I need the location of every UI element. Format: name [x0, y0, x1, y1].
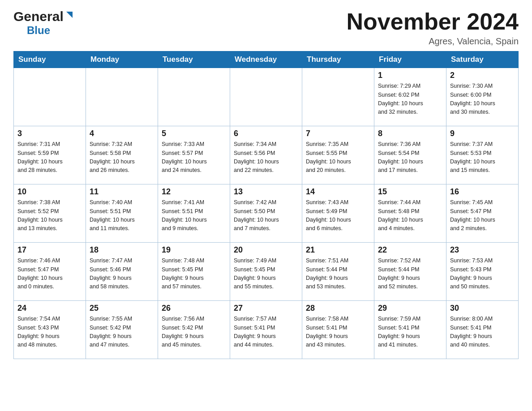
calendar-cell: 9Sunrise: 7:37 AM Sunset: 5:53 PM Daylig…: [446, 126, 519, 184]
day-info: Sunrise: 7:56 AM Sunset: 5:42 PM Dayligh…: [162, 315, 226, 350]
day-info: Sunrise: 7:46 AM Sunset: 5:47 PM Dayligh…: [17, 257, 82, 291]
calendar-cell: 16Sunrise: 7:45 AM Sunset: 5:47 PM Dayli…: [446, 184, 519, 243]
day-info: Sunrise: 7:37 AM Sunset: 5:53 PM Dayligh…: [450, 140, 515, 175]
calendar-cell: 30Sunrise: 8:00 AM Sunset: 5:41 PM Dayli…: [446, 301, 519, 359]
day-number: 4: [90, 129, 154, 138]
day-info: Sunrise: 7:30 AM Sunset: 6:00 PM Dayligh…: [450, 82, 515, 117]
header-saturday: Saturday: [446, 51, 519, 68]
day-info: Sunrise: 7:45 AM Sunset: 5:47 PM Dayligh…: [450, 198, 515, 233]
calendar-cell: 29Sunrise: 7:59 AM Sunset: 5:41 PM Dayli…: [374, 301, 446, 359]
day-number: 27: [234, 304, 298, 313]
day-number: 3: [17, 129, 82, 138]
day-info: Sunrise: 7:35 AM Sunset: 5:55 PM Dayligh…: [306, 140, 370, 175]
header-thursday: Thursday: [302, 51, 374, 68]
day-number: 6: [234, 129, 298, 138]
day-number: 16: [450, 187, 515, 197]
day-number: 25: [90, 304, 154, 313]
day-number: 26: [162, 304, 226, 313]
weekday-header-row: Sunday Monday Tuesday Wednesday Thursday…: [14, 51, 519, 68]
day-number: 23: [450, 245, 515, 255]
day-number: 15: [378, 187, 442, 197]
calendar-week-row: 1Sunrise: 7:29 AM Sunset: 6:02 PM Daylig…: [14, 68, 519, 126]
day-number: 29: [378, 304, 442, 313]
calendar-week-row: 3Sunrise: 7:31 AM Sunset: 5:59 PM Daylig…: [14, 126, 519, 184]
day-number: 28: [306, 304, 370, 313]
calendar-cell: 3Sunrise: 7:31 AM Sunset: 5:59 PM Daylig…: [14, 126, 86, 184]
calendar-cell: 4Sunrise: 7:32 AM Sunset: 5:58 PM Daylig…: [86, 126, 158, 184]
logo-blue-text: Blue: [27, 24, 50, 37]
logo-arrow-icon: [64, 10, 74, 21]
calendar-cell: 1Sunrise: 7:29 AM Sunset: 6:02 PM Daylig…: [374, 68, 446, 126]
day-info: Sunrise: 7:42 AM Sunset: 5:50 PM Dayligh…: [234, 198, 298, 233]
day-number: 14: [306, 187, 370, 197]
header-tuesday: Tuesday: [158, 51, 230, 68]
day-info: Sunrise: 7:29 AM Sunset: 6:02 PM Dayligh…: [378, 82, 442, 117]
day-info: Sunrise: 8:00 AM Sunset: 5:41 PM Dayligh…: [450, 315, 515, 350]
day-number: 7: [306, 129, 370, 138]
calendar-cell: [86, 68, 158, 126]
calendar-cell: 21Sunrise: 7:51 AM Sunset: 5:44 PM Dayli…: [302, 243, 374, 301]
day-number: 10: [17, 187, 82, 197]
day-info: Sunrise: 7:40 AM Sunset: 5:51 PM Dayligh…: [90, 198, 154, 233]
day-number: 2: [450, 71, 515, 80]
calendar-cell: 10Sunrise: 7:38 AM Sunset: 5:52 PM Dayli…: [14, 184, 86, 243]
calendar-cell: [158, 68, 230, 126]
day-number: 1: [378, 71, 442, 80]
day-info: Sunrise: 7:54 AM Sunset: 5:43 PM Dayligh…: [17, 315, 82, 350]
calendar-cell: 5Sunrise: 7:33 AM Sunset: 5:57 PM Daylig…: [158, 126, 230, 184]
day-number: 21: [306, 245, 370, 255]
day-number: 24: [17, 304, 82, 313]
calendar-cell: [302, 68, 374, 126]
day-info: Sunrise: 7:43 AM Sunset: 5:49 PM Dayligh…: [306, 198, 370, 233]
day-info: Sunrise: 7:41 AM Sunset: 5:51 PM Dayligh…: [162, 198, 226, 233]
calendar-cell: 24Sunrise: 7:54 AM Sunset: 5:43 PM Dayli…: [14, 301, 86, 359]
calendar-cell: 8Sunrise: 7:36 AM Sunset: 5:54 PM Daylig…: [374, 126, 446, 184]
calendar-cell: 28Sunrise: 7:58 AM Sunset: 5:41 PM Dayli…: [302, 301, 374, 359]
calendar-cell: 26Sunrise: 7:56 AM Sunset: 5:42 PM Dayli…: [158, 301, 230, 359]
day-info: Sunrise: 7:32 AM Sunset: 5:58 PM Dayligh…: [90, 140, 154, 175]
calendar-cell: 18Sunrise: 7:47 AM Sunset: 5:46 PM Dayli…: [86, 243, 158, 301]
day-info: Sunrise: 7:36 AM Sunset: 5:54 PM Dayligh…: [378, 140, 442, 175]
day-info: Sunrise: 7:44 AM Sunset: 5:48 PM Dayligh…: [378, 198, 442, 233]
header-monday: Monday: [86, 51, 158, 68]
day-number: 13: [234, 187, 298, 197]
day-number: 18: [90, 245, 154, 255]
day-info: Sunrise: 7:48 AM Sunset: 5:45 PM Dayligh…: [162, 257, 226, 291]
calendar-cell: 22Sunrise: 7:52 AM Sunset: 5:44 PM Dayli…: [374, 243, 446, 301]
header-friday: Friday: [374, 51, 446, 68]
day-number: 9: [450, 129, 515, 138]
day-info: Sunrise: 7:38 AM Sunset: 5:52 PM Dayligh…: [17, 198, 82, 233]
day-number: 12: [162, 187, 226, 197]
title-area: November 2024 Agres, Valencia, Spain: [347, 9, 519, 47]
day-info: Sunrise: 7:47 AM Sunset: 5:46 PM Dayligh…: [90, 257, 154, 291]
logo: General Blue: [13, 9, 74, 37]
logo-general-text: General: [13, 9, 64, 24]
day-number: 22: [378, 245, 442, 255]
calendar-cell: 15Sunrise: 7:44 AM Sunset: 5:48 PM Dayli…: [374, 184, 446, 243]
location-subtitle: Agres, Valencia, Spain: [347, 36, 519, 47]
calendar-cell: 25Sunrise: 7:55 AM Sunset: 5:42 PM Dayli…: [86, 301, 158, 359]
calendar-cell: 12Sunrise: 7:41 AM Sunset: 5:51 PM Dayli…: [158, 184, 230, 243]
day-info: Sunrise: 7:31 AM Sunset: 5:59 PM Dayligh…: [17, 140, 82, 175]
day-info: Sunrise: 7:58 AM Sunset: 5:41 PM Dayligh…: [306, 315, 370, 350]
calendar-cell: 27Sunrise: 7:57 AM Sunset: 5:41 PM Dayli…: [230, 301, 302, 359]
calendar-week-row: 17Sunrise: 7:46 AM Sunset: 5:47 PM Dayli…: [14, 243, 519, 301]
calendar-cell: 20Sunrise: 7:49 AM Sunset: 5:45 PM Dayli…: [230, 243, 302, 301]
calendar-cell: 14Sunrise: 7:43 AM Sunset: 5:49 PM Dayli…: [302, 184, 374, 243]
calendar-cell: 23Sunrise: 7:53 AM Sunset: 5:43 PM Dayli…: [446, 243, 519, 301]
day-info: Sunrise: 7:33 AM Sunset: 5:57 PM Dayligh…: [162, 140, 226, 175]
calendar-cell: 13Sunrise: 7:42 AM Sunset: 5:50 PM Dayli…: [230, 184, 302, 243]
calendar-week-row: 24Sunrise: 7:54 AM Sunset: 5:43 PM Dayli…: [14, 301, 519, 359]
svg-marker-0: [66, 12, 73, 18]
calendar-table: Sunday Monday Tuesday Wednesday Thursday…: [13, 51, 519, 359]
day-number: 30: [450, 304, 515, 313]
day-number: 8: [378, 129, 442, 138]
calendar-cell: 11Sunrise: 7:40 AM Sunset: 5:51 PM Dayli…: [86, 184, 158, 243]
calendar-cell: 6Sunrise: 7:34 AM Sunset: 5:56 PM Daylig…: [230, 126, 302, 184]
day-info: Sunrise: 7:59 AM Sunset: 5:41 PM Dayligh…: [378, 315, 442, 350]
header-wednesday: Wednesday: [230, 51, 302, 68]
month-title: November 2024: [347, 9, 519, 34]
day-number: 19: [162, 245, 226, 255]
day-info: Sunrise: 7:53 AM Sunset: 5:43 PM Dayligh…: [450, 257, 515, 291]
day-info: Sunrise: 7:51 AM Sunset: 5:44 PM Dayligh…: [306, 257, 370, 291]
